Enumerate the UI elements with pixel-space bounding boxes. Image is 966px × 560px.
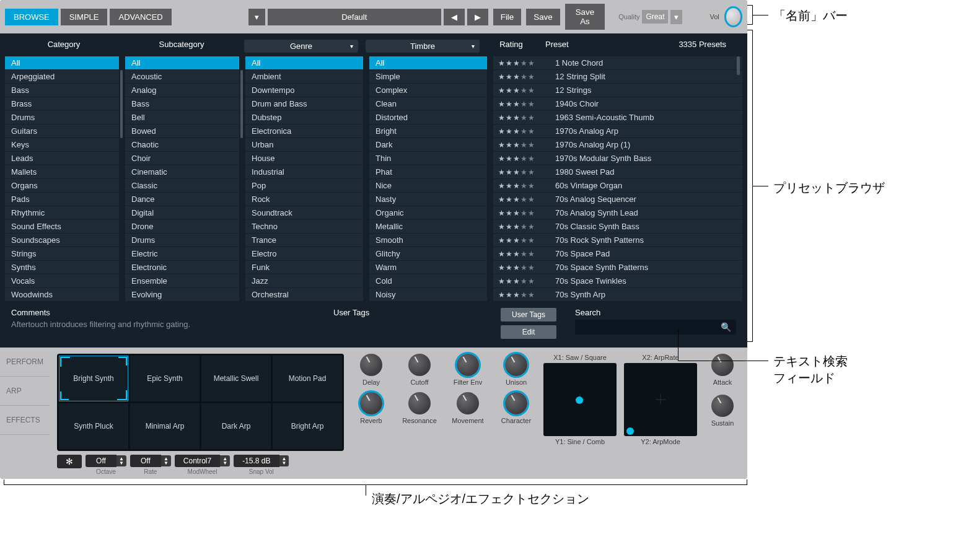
star-icon[interactable]: ★ (520, 209, 527, 217)
preset-name-display[interactable]: Default (268, 9, 441, 25)
preset-row[interactable]: ★★★★★70s Classic Synth Bass (493, 220, 742, 234)
list-item[interactable]: Strings (5, 247, 119, 261)
star-icon[interactable]: ★ (528, 168, 535, 177)
performance-pad[interactable]: Bright Arp (273, 403, 342, 449)
star-icon[interactable]: ★ (498, 100, 505, 108)
star-icon[interactable]: ★ (513, 182, 520, 190)
list-item[interactable]: Orchestral (245, 288, 363, 302)
list-item[interactable]: Bass (125, 97, 239, 111)
scrollbar[interactable] (240, 70, 243, 138)
preset-row[interactable]: ★★★★★1963 Semi-Acoustic Thumb (493, 111, 742, 125)
star-icon[interactable]: ★ (498, 141, 505, 149)
list-item[interactable]: Organs (5, 179, 119, 193)
star-icon[interactable]: ★ (528, 72, 535, 81)
list-item[interactable]: Vocals (5, 274, 119, 288)
list-item[interactable]: Soundscapes (5, 234, 119, 247)
list-item[interactable]: Drum and Bass (245, 97, 363, 111)
list-item[interactable]: All (5, 56, 119, 70)
star-icon[interactable]: ★ (513, 59, 520, 68)
list-item[interactable]: Complex (369, 84, 487, 97)
star-icon[interactable]: ★ (520, 154, 527, 163)
performance-pad[interactable]: Minimal Arp (130, 403, 200, 449)
gear-icon[interactable]: ✻ (57, 455, 82, 468)
list-item[interactable]: All (125, 56, 239, 70)
star-icon[interactable]: ★ (498, 222, 505, 231)
star-icon[interactable]: ★ (520, 141, 527, 149)
list-item[interactable]: Trance (245, 234, 363, 247)
star-icon[interactable]: ★ (506, 127, 512, 136)
list-item[interactable]: Bass (5, 84, 119, 97)
list-item[interactable]: Electronica (245, 125, 363, 138)
list-item[interactable]: Warm (369, 261, 487, 274)
prev-preset-button[interactable]: ◀ (444, 9, 465, 25)
advanced-tab[interactable]: ADVANCED (110, 9, 171, 25)
star-icon[interactable]: ★ (498, 209, 505, 217)
tab-perform[interactable]: PERFORM (0, 348, 50, 377)
performance-pad[interactable]: Epic Synth (130, 356, 200, 401)
star-icon[interactable]: ★ (498, 250, 505, 258)
preset-row[interactable]: ★★★★★1970s Modular Synth Bass (493, 152, 742, 165)
octave-select[interactable]: Off (86, 455, 116, 467)
list-item[interactable]: Dance (125, 193, 239, 206)
list-item[interactable]: Pads (5, 193, 119, 206)
star-icon[interactable]: ★ (513, 100, 520, 108)
list-item[interactable]: Clean (369, 97, 487, 111)
star-icon[interactable]: ★ (513, 113, 520, 122)
list-item[interactable]: Dubstep (245, 111, 363, 125)
list-item[interactable]: Bright (369, 125, 487, 138)
rate-select[interactable]: Off (130, 455, 161, 467)
star-icon[interactable]: ★ (528, 127, 535, 136)
star-icon[interactable]: ★ (498, 113, 505, 122)
star-icon[interactable]: ★ (520, 250, 527, 258)
stepper-icon[interactable]: ▲▼ (220, 455, 230, 466)
preset-row[interactable]: ★★★★★1940s Choir (493, 97, 742, 111)
star-icon[interactable]: ★ (520, 168, 527, 177)
star-icon[interactable]: ★ (513, 277, 520, 286)
list-item[interactable]: Nasty (369, 193, 487, 206)
xy-dot[interactable] (576, 396, 583, 404)
save-button[interactable]: Save (526, 9, 560, 25)
stepper-icon[interactable]: ▲▼ (116, 455, 126, 466)
star-icon[interactable]: ★ (506, 168, 512, 177)
star-icon[interactable]: ★ (528, 100, 535, 108)
modwheel-select[interactable]: Control7 (175, 455, 220, 467)
quality-select[interactable]: Great (642, 10, 668, 24)
user-tags-button[interactable]: User Tags (501, 308, 556, 322)
star-icon[interactable]: ★ (513, 168, 520, 177)
star-icon[interactable]: ★ (528, 182, 535, 190)
star-icon[interactable]: ★ (498, 59, 505, 68)
star-icon[interactable]: ★ (513, 250, 520, 258)
star-icon[interactable]: ★ (498, 154, 505, 163)
list-item[interactable]: Electronic (125, 261, 239, 274)
star-icon[interactable]: ★ (513, 195, 520, 204)
performance-pad[interactable]: Motion Pad (273, 356, 342, 401)
star-icon[interactable]: ★ (506, 154, 512, 163)
star-icon[interactable]: ★ (528, 209, 535, 217)
star-icon[interactable]: ★ (520, 195, 527, 204)
star-icon[interactable]: ★ (513, 127, 520, 136)
list-item[interactable]: Acoustic (125, 70, 239, 84)
knob[interactable] (711, 354, 734, 376)
performance-pad[interactable]: Metallic Swell (201, 356, 271, 401)
tab-effects[interactable]: EFFECTS (0, 406, 50, 435)
star-icon[interactable]: ★ (520, 236, 527, 245)
list-item[interactable]: Digital (125, 206, 239, 220)
preset-row[interactable]: ★★★★★70s Space Twinkles (493, 274, 742, 288)
star-icon[interactable]: ★ (513, 141, 520, 149)
list-item[interactable]: Urban (245, 138, 363, 152)
list-item[interactable]: Drone (125, 220, 239, 234)
preset-row[interactable]: ★★★★★70s Analog Sequencer (493, 193, 742, 206)
star-icon[interactable]: ★ (520, 127, 527, 136)
preset-row[interactable]: ★★★★★1 Note Chord (493, 56, 742, 70)
list-item[interactable]: Industrial (245, 165, 363, 179)
knob[interactable] (505, 354, 527, 376)
list-item[interactable]: Choir (125, 152, 239, 165)
star-icon[interactable]: ★ (528, 263, 535, 272)
star-icon[interactable]: ★ (528, 291, 535, 299)
knob[interactable] (360, 354, 382, 376)
edit-button[interactable]: Edit (501, 325, 556, 339)
list-item[interactable]: Guitars (5, 125, 119, 138)
xy-dot[interactable] (626, 427, 634, 435)
preset-row[interactable]: ★★★★★12 Strings (493, 84, 742, 97)
star-icon[interactable]: ★ (498, 195, 505, 204)
